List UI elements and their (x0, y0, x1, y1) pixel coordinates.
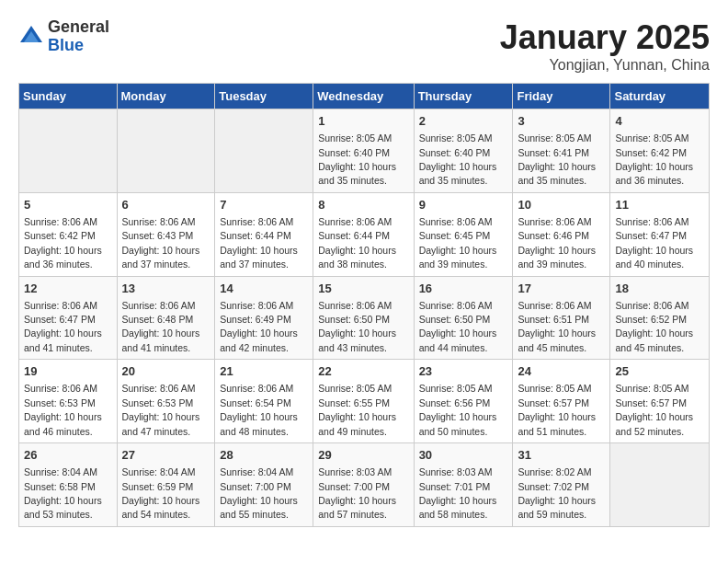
day-number: 24 (518, 363, 605, 380)
day-number: 27 (122, 447, 210, 464)
logo: General Blue (18, 18, 109, 55)
day-number: 19 (24, 363, 112, 380)
calendar-cell: 27Sunrise: 8:04 AM Sunset: 6:59 PM Dayli… (117, 443, 215, 527)
calendar-week-row: 5Sunrise: 8:06 AM Sunset: 6:42 PM Daylig… (19, 192, 710, 276)
day-number: 17 (518, 281, 605, 297)
day-info: Sunrise: 8:06 AM Sunset: 6:45 PM Dayligh… (419, 216, 497, 270)
day-info: Sunrise: 8:03 AM Sunset: 7:01 PM Dayligh… (419, 466, 497, 520)
calendar-cell: 19Sunrise: 8:06 AM Sunset: 6:53 PM Dayli… (19, 360, 118, 443)
day-number: 18 (615, 281, 704, 297)
day-number: 3 (518, 113, 605, 130)
calendar-cell: 7Sunrise: 8:06 AM Sunset: 6:44 PM Daylig… (215, 192, 313, 276)
day-number: 23 (419, 363, 508, 380)
day-info: Sunrise: 8:06 AM Sunset: 6:50 PM Dayligh… (318, 300, 396, 353)
day-number: 1 (318, 113, 408, 130)
calendar-cell: 11Sunrise: 8:06 AM Sunset: 6:47 PM Dayli… (610, 192, 710, 276)
day-number: 16 (419, 281, 508, 297)
day-info: Sunrise: 8:06 AM Sunset: 6:52 PM Dayligh… (615, 300, 693, 353)
header-saturday: Saturday (610, 84, 710, 109)
day-info: Sunrise: 8:05 AM Sunset: 6:55 PM Dayligh… (318, 383, 396, 436)
day-number: 6 (122, 197, 210, 213)
day-number: 14 (220, 281, 308, 297)
calendar-cell: 2Sunrise: 8:05 AM Sunset: 6:40 PM Daylig… (414, 109, 513, 193)
day-info: Sunrise: 8:05 AM Sunset: 6:40 PM Dayligh… (419, 132, 497, 186)
header-friday: Friday (513, 84, 610, 109)
title-block: January 2025 Yongjian, Yunnan, China (500, 18, 710, 74)
day-info: Sunrise: 8:05 AM Sunset: 6:41 PM Dayligh… (518, 132, 596, 186)
day-info: Sunrise: 8:06 AM Sunset: 6:53 PM Dayligh… (122, 383, 200, 436)
day-number: 11 (615, 197, 704, 213)
location: Yongjian, Yunnan, China (500, 57, 710, 74)
calendar-week-row: 12Sunrise: 8:06 AM Sunset: 6:47 PM Dayli… (19, 276, 710, 360)
day-info: Sunrise: 8:04 AM Sunset: 7:00 PM Dayligh… (220, 466, 298, 520)
day-info: Sunrise: 8:03 AM Sunset: 7:00 PM Dayligh… (318, 466, 396, 520)
header-wednesday: Wednesday (313, 84, 414, 109)
calendar-cell: 26Sunrise: 8:04 AM Sunset: 6:58 PM Dayli… (19, 443, 118, 527)
day-info: Sunrise: 8:06 AM Sunset: 6:44 PM Dayligh… (318, 216, 396, 270)
header-sunday: Sunday (19, 84, 118, 109)
day-number: 8 (318, 197, 408, 213)
day-info: Sunrise: 8:06 AM Sunset: 6:50 PM Dayligh… (419, 300, 497, 353)
calendar-week-row: 26Sunrise: 8:04 AM Sunset: 6:58 PM Dayli… (19, 443, 710, 527)
day-info: Sunrise: 8:06 AM Sunset: 6:47 PM Dayligh… (615, 216, 693, 270)
day-info: Sunrise: 8:05 AM Sunset: 6:56 PM Dayligh… (419, 383, 497, 436)
calendar-cell: 29Sunrise: 8:03 AM Sunset: 7:00 PM Dayli… (313, 443, 414, 527)
calendar-cell: 15Sunrise: 8:06 AM Sunset: 6:50 PM Dayli… (313, 276, 414, 360)
calendar-cell: 17Sunrise: 8:06 AM Sunset: 6:51 PM Dayli… (513, 276, 610, 360)
day-info: Sunrise: 8:06 AM Sunset: 6:44 PM Dayligh… (220, 216, 298, 270)
logo-icon (18, 24, 44, 50)
calendar-cell: 6Sunrise: 8:06 AM Sunset: 6:43 PM Daylig… (117, 192, 215, 276)
logo-text: General Blue (48, 18, 109, 55)
calendar-cell: 3Sunrise: 8:05 AM Sunset: 6:41 PM Daylig… (513, 109, 610, 193)
day-info: Sunrise: 8:06 AM Sunset: 6:54 PM Dayligh… (220, 383, 298, 436)
calendar-cell: 20Sunrise: 8:06 AM Sunset: 6:53 PM Dayli… (117, 360, 215, 443)
day-number: 25 (615, 363, 704, 380)
calendar-cell: 25Sunrise: 8:05 AM Sunset: 6:57 PM Dayli… (610, 360, 710, 443)
day-number: 13 (122, 281, 210, 297)
calendar-cell: 31Sunrise: 8:02 AM Sunset: 7:02 PM Dayli… (513, 443, 610, 527)
day-number: 7 (220, 197, 308, 213)
day-info: Sunrise: 8:06 AM Sunset: 6:46 PM Dayligh… (518, 216, 596, 270)
day-number: 21 (220, 363, 308, 380)
calendar-cell: 4Sunrise: 8:05 AM Sunset: 6:42 PM Daylig… (610, 109, 710, 193)
day-info: Sunrise: 8:06 AM Sunset: 6:42 PM Dayligh… (24, 216, 102, 270)
day-number: 2 (419, 113, 508, 130)
day-info: Sunrise: 8:06 AM Sunset: 6:49 PM Dayligh… (220, 300, 298, 353)
header-monday: Monday (117, 84, 215, 109)
calendar-cell: 23Sunrise: 8:05 AM Sunset: 6:56 PM Dayli… (414, 360, 513, 443)
calendar-cell: 5Sunrise: 8:06 AM Sunset: 6:42 PM Daylig… (19, 192, 118, 276)
calendar-cell: 18Sunrise: 8:06 AM Sunset: 6:52 PM Dayli… (610, 276, 710, 360)
calendar-cell: 12Sunrise: 8:06 AM Sunset: 6:47 PM Dayli… (19, 276, 118, 360)
calendar-cell: 10Sunrise: 8:06 AM Sunset: 6:46 PM Dayli… (513, 192, 610, 276)
calendar-week-row: 1Sunrise: 8:05 AM Sunset: 6:40 PM Daylig… (19, 109, 710, 193)
day-info: Sunrise: 8:02 AM Sunset: 7:02 PM Dayligh… (518, 466, 596, 520)
day-info: Sunrise: 8:06 AM Sunset: 6:51 PM Dayligh… (518, 300, 596, 353)
day-number: 12 (24, 281, 112, 297)
calendar-cell: 1Sunrise: 8:05 AM Sunset: 6:40 PM Daylig… (313, 109, 414, 193)
calendar-cell: 30Sunrise: 8:03 AM Sunset: 7:01 PM Dayli… (414, 443, 513, 527)
day-info: Sunrise: 8:05 AM Sunset: 6:57 PM Dayligh… (518, 383, 596, 436)
calendar-cell (19, 109, 118, 193)
day-info: Sunrise: 8:06 AM Sunset: 6:43 PM Dayligh… (122, 216, 200, 270)
day-number: 15 (318, 281, 408, 297)
day-info: Sunrise: 8:04 AM Sunset: 6:59 PM Dayligh… (122, 466, 200, 520)
calendar-cell: 16Sunrise: 8:06 AM Sunset: 6:50 PM Dayli… (414, 276, 513, 360)
calendar-table: SundayMondayTuesdayWednesdayThursdayFrid… (18, 83, 710, 527)
day-number: 28 (220, 447, 308, 464)
calendar-cell: 28Sunrise: 8:04 AM Sunset: 7:00 PM Dayli… (215, 443, 313, 527)
day-number: 9 (419, 197, 508, 213)
day-number: 4 (615, 113, 704, 130)
logo-general: General (48, 18, 109, 37)
month-title: January 2025 (500, 18, 710, 57)
header-tuesday: Tuesday (215, 84, 313, 109)
day-info: Sunrise: 8:05 AM Sunset: 6:57 PM Dayligh… (615, 383, 693, 436)
day-info: Sunrise: 8:06 AM Sunset: 6:47 PM Dayligh… (24, 300, 102, 353)
calendar-week-row: 19Sunrise: 8:06 AM Sunset: 6:53 PM Dayli… (19, 360, 710, 443)
calendar-cell: 22Sunrise: 8:05 AM Sunset: 6:55 PM Dayli… (313, 360, 414, 443)
calendar-cell: 14Sunrise: 8:06 AM Sunset: 6:49 PM Dayli… (215, 276, 313, 360)
day-number: 26 (24, 447, 112, 464)
calendar-cell: 24Sunrise: 8:05 AM Sunset: 6:57 PM Dayli… (513, 360, 610, 443)
day-number: 22 (318, 363, 408, 380)
calendar-cell (610, 443, 710, 527)
day-info: Sunrise: 8:05 AM Sunset: 6:40 PM Dayligh… (318, 132, 396, 186)
